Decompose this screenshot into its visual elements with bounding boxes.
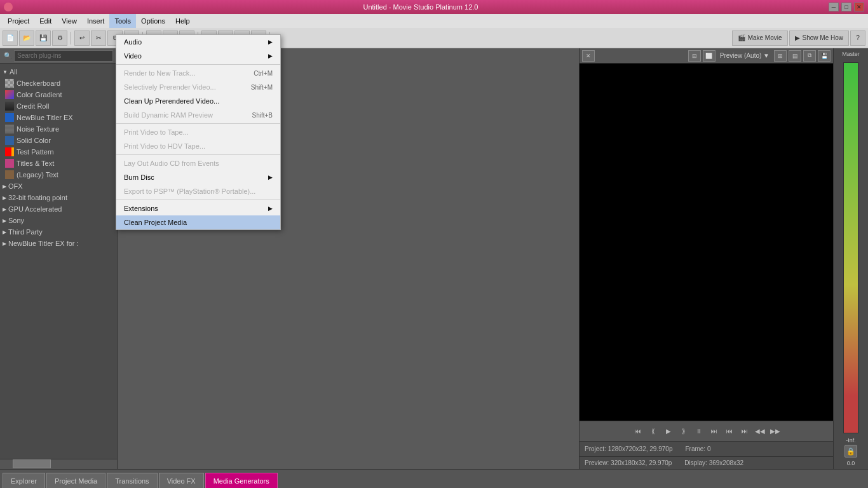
menu-options[interactable]: Options	[136, 14, 170, 28]
preview-label: Preview (Auto) ▼	[720, 52, 770, 59]
preview-overlay-btn[interactable]: ⬜	[703, 50, 715, 62]
preview-save-btn[interactable]: 💾	[818, 50, 831, 62]
make-movie-button[interactable]: 🎬 Make Movie	[732, 30, 788, 46]
tree-item-checkerboard[interactable]: Checkerboard	[0, 78, 117, 89]
menu-clean-project[interactable]: Clean Project Media	[116, 215, 280, 229]
master-label: Master	[842, 51, 860, 57]
tree-item-color-gradient[interactable]: Color Gradient	[0, 89, 117, 100]
left-panel-scrollbar[interactable]	[0, 459, 117, 469]
tree-group-all[interactable]: ▼ All	[0, 66, 117, 78]
close-button[interactable]: ✕	[854, 3, 864, 11]
tab-explorer[interactable]: Explorer	[3, 473, 45, 488]
menu-insert[interactable]: Insert	[82, 14, 110, 28]
preview-controls: ⏮ ⟪ ▶ ⟫ ⏸ ⏭ ⏮ ⏭ ◀◀ ▶▶	[580, 421, 833, 441]
menu-view[interactable]: View	[57, 14, 82, 28]
search-input[interactable]	[14, 50, 113, 62]
lock-icon[interactable]: 🔒	[844, 445, 857, 458]
title-bar: Untitled - Movie Studio Platinum 12.0 ─ …	[0, 0, 868, 14]
menu-audio[interactable]: Audio ▶	[116, 35, 280, 49]
undo-button[interactable]: ↩	[74, 30, 90, 46]
preview-copy-btn[interactable]: ⧉	[803, 50, 816, 62]
save-button[interactable]: 💾	[36, 30, 51, 46]
film-icon: 🎬	[738, 34, 745, 41]
tab-transitions[interactable]: Transitions	[107, 473, 157, 488]
tree-group-ofx[interactable]: ▶ OFX	[0, 180, 117, 192]
prev-frame-fwd[interactable]: ▶▶	[770, 426, 781, 437]
tab-project-media[interactable]: Project Media	[46, 473, 105, 488]
app-logo	[4, 3, 13, 11]
menu-print-tape: Print Video to Tape...	[116, 125, 280, 139]
solid-color-icon	[5, 136, 14, 145]
tree-item-test-pattern[interactable]: Test Pattern	[0, 146, 117, 158]
preview-close-btn[interactable]: ✕	[582, 50, 595, 62]
tree-item-noise[interactable]: Noise Texture	[0, 123, 117, 135]
expand-icon-gpu: ▶	[3, 207, 6, 212]
prev-pause-btn[interactable]: ⏸	[693, 426, 705, 437]
preview-size-btn[interactable]: ⊞	[774, 50, 787, 62]
prev-rewind-btn[interactable]: ⏮	[632, 426, 644, 437]
expand-icon-third: ▶	[3, 229, 6, 235]
all-label: All	[10, 68, 17, 76]
expand-icon-newblue: ▶	[3, 241, 6, 247]
tree-group-sony[interactable]: ▶ Sony	[0, 215, 117, 226]
prev-fast-fwd-btn[interactable]: ⟫	[678, 426, 689, 437]
menu-edit[interactable]: Edit	[34, 14, 57, 28]
menu-tools[interactable]: Tools	[109, 14, 136, 28]
prev-back-btn[interactable]: ⟪	[648, 426, 659, 437]
menu-burn-disc[interactable]: Burn Disc ▶	[116, 170, 280, 184]
tree-item-solid-color[interactable]: Solid Color	[0, 135, 117, 146]
tab-video-fx[interactable]: Video FX	[159, 473, 204, 488]
tree-group-gpu[interactable]: ▶ GPU Accelerated	[0, 203, 117, 215]
menu-export-psp: Export to PSP™ (PlayStation® Portable)..…	[116, 184, 280, 198]
play-icon: ▶	[795, 34, 800, 41]
expand-icon-32bit: ▶	[3, 195, 6, 201]
preview-snap-btn[interactable]: ⊟	[688, 50, 701, 62]
show-me-how-button[interactable]: ▶ Show Me How	[789, 30, 849, 46]
menu-lay-out-audio: Lay Out Audio CD from Events	[116, 156, 280, 170]
noise-icon	[5, 125, 14, 133]
new-button[interactable]: 📄	[3, 30, 18, 46]
tree-item-legacy-text[interactable]: (Legacy) Text	[0, 169, 117, 180]
legacy-icon	[5, 170, 14, 179]
window-buttons: ─ □ ✕	[829, 3, 864, 11]
preview-menu-btn[interactable]: ▤	[789, 50, 801, 62]
minimize-button[interactable]: ─	[829, 3, 839, 11]
prev-loop-end[interactable]: ⏭	[739, 426, 750, 437]
prev-loop-start[interactable]: ⏮	[724, 426, 735, 437]
prev-stop-btn[interactable]: ⏭	[709, 426, 720, 437]
tab-media-generators[interactable]: Media Generators	[205, 473, 278, 488]
properties-button[interactable]: ⚙	[52, 30, 67, 46]
menu-video[interactable]: Video ▶	[116, 49, 280, 63]
submenu-arrow-video: ▶	[268, 53, 273, 59]
prev-frame-back[interactable]: ◀◀	[754, 426, 766, 437]
menu-help[interactable]: Help	[170, 14, 195, 28]
tree-item-credit-roll[interactable]: Credit Roll	[0, 100, 117, 112]
expand-icon: ▼	[3, 69, 8, 75]
test-pattern-icon	[5, 147, 14, 156]
tree-item-titles-text[interactable]: Titles & Text	[0, 158, 117, 169]
help-button[interactable]: ?	[850, 30, 865, 46]
cut-button[interactable]: ✂	[91, 30, 106, 46]
volume-panel: Master -Inf. 🔒 0.0	[833, 48, 868, 469]
menu-bar: Project Edit View Insert Tools Options H…	[0, 14, 868, 28]
open-button[interactable]: 📂	[19, 30, 34, 46]
menu-project[interactable]: Project	[3, 14, 34, 28]
project-info: Project: 1280x720x32, 29.970p	[585, 445, 672, 452]
tree-group-third-party[interactable]: ▶ Third Party	[0, 226, 117, 238]
app-title: Untitled - Movie Studio Platinum 12.0	[13, 3, 829, 11]
right-preview-panel: ✕ ⊟ ⬜ Preview (Auto) ▼ ⊞ ▤ ⧉ 💾 ⏮ ⟪ ▶ ⟫ ⏸…	[579, 48, 833, 469]
menu-clean-prerendered[interactable]: Clean Up Prerendered Video...	[116, 94, 280, 108]
display-info: Display: 369x208x32	[684, 459, 743, 466]
tree-item-newblue[interactable]: NewBlue Titler EX	[0, 112, 117, 123]
restore-button[interactable]: □	[841, 3, 851, 11]
inf-label: -Inf.	[846, 437, 856, 444]
menu-sep-4	[116, 200, 280, 200]
newblue-icon	[5, 113, 14, 122]
tree-group-newblue-ex[interactable]: ▶ NewBlue Titler EX for :	[0, 238, 117, 249]
prev-play-btn[interactable]: ▶	[663, 426, 674, 437]
menu-extensions[interactable]: Extensions ▶	[116, 201, 280, 215]
submenu-arrow-burn: ▶	[268, 174, 273, 180]
tree-group-32bit[interactable]: ▶ 32-bit floating point	[0, 192, 117, 203]
submenu-arrow-extensions: ▶	[268, 205, 273, 212]
preview-screen	[580, 64, 833, 421]
